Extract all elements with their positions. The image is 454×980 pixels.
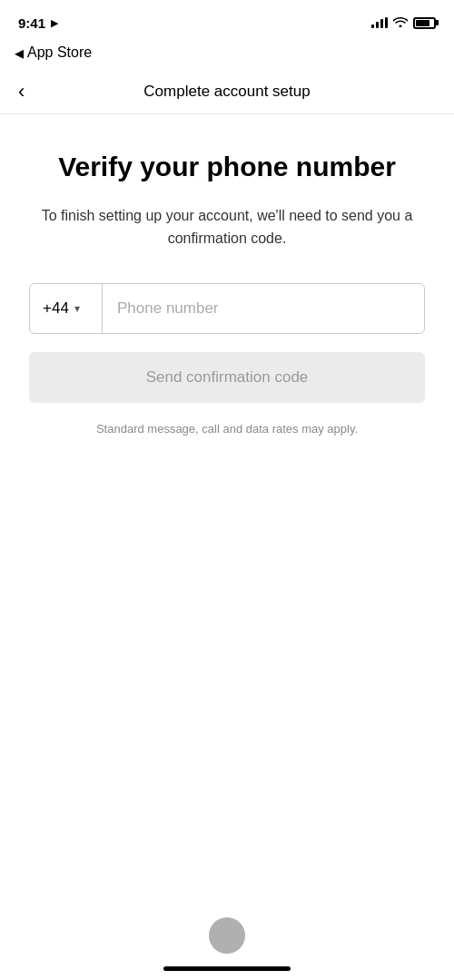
location-arrow-icon: ▶ — [51, 17, 58, 29]
status-right — [371, 16, 436, 30]
home-dot — [209, 917, 245, 954]
wifi-icon — [393, 16, 408, 30]
phone-number-input[interactable] — [103, 284, 424, 333]
phone-input-container: +44 ▾ — [29, 283, 425, 334]
chevron-down-icon: ▾ — [74, 302, 80, 315]
status-bar: 9:41 ▶ — [0, 0, 454, 40]
country-code-selector[interactable]: +44 ▾ — [30, 284, 103, 333]
page-heading: Verify your phone number — [29, 151, 425, 183]
nav-title: Complete account setup — [143, 83, 310, 101]
main-content: Verify your phone number To finish setti… — [0, 114, 454, 437]
country-code-text: +44 — [43, 299, 69, 318]
status-time: 9:41 — [18, 15, 45, 31]
home-indicator-area — [0, 907, 454, 980]
nav-bar: ‹ Complete account setup — [0, 69, 454, 114]
home-indicator — [163, 966, 291, 971]
battery-icon — [413, 17, 436, 29]
page-description: To finish setting up your account, we'll… — [29, 205, 425, 250]
signal-strength-icon — [371, 17, 388, 28]
nav-back-button[interactable]: ‹ — [18, 82, 25, 102]
app-store-label: App Store — [27, 44, 92, 61]
app-store-back-arrow-icon[interactable]: ◂ — [15, 44, 24, 62]
send-confirmation-code-button[interactable]: Send confirmation code — [29, 352, 425, 403]
app-store-bar[interactable]: ◂ App Store — [0, 40, 454, 69]
disclaimer-text: Standard message, call and data rates ma… — [29, 421, 425, 437]
status-left: 9:41 ▶ — [18, 15, 58, 31]
